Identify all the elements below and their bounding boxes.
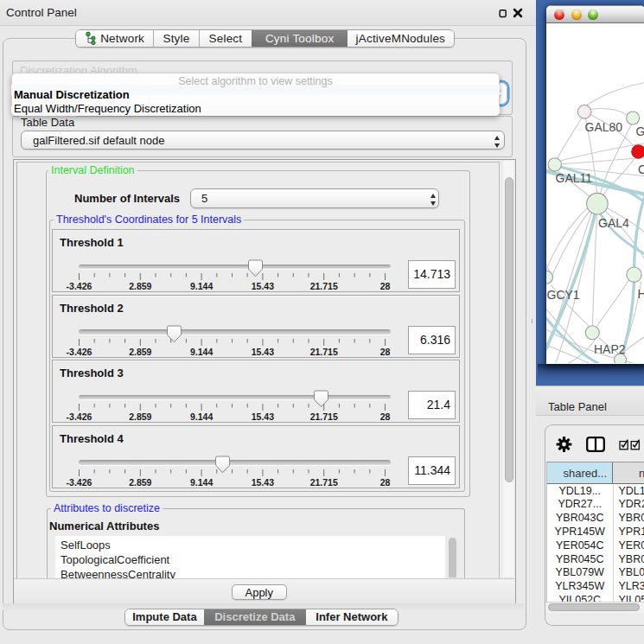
- svg-text:HAP2: HAP2: [594, 342, 626, 356]
- svg-text:GA: GA: [635, 124, 644, 138]
- svg-text:GCY1: GCY1: [546, 288, 579, 302]
- svg-text:C: C: [638, 163, 644, 176]
- svg-text:GAL11: GAL11: [555, 171, 592, 185]
- svg-text:GAL4: GAL4: [598, 216, 629, 230]
- svg-text:H: H: [637, 287, 644, 301]
- svg-text:GAL80: GAL80: [584, 120, 622, 134]
